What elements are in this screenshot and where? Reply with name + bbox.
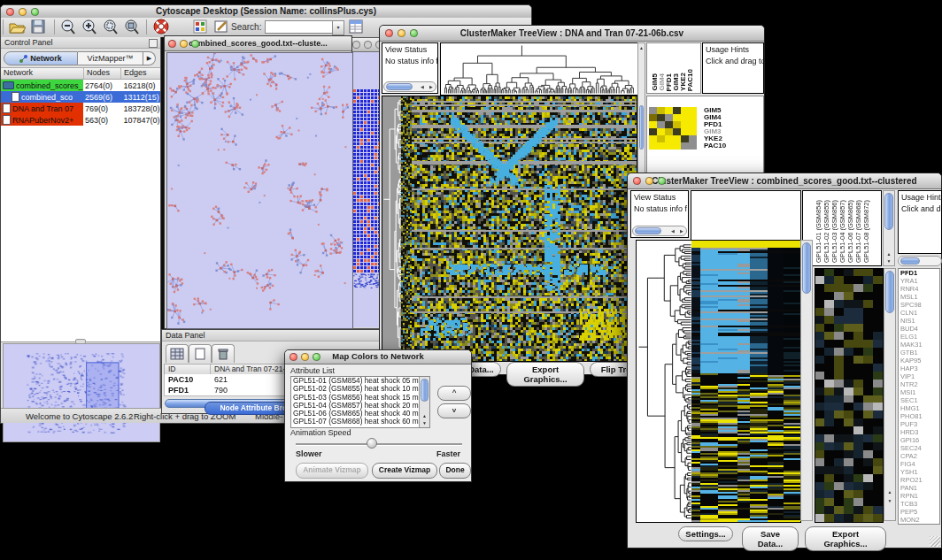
attribute-sheet-icon[interactable] bbox=[348, 19, 367, 35]
gene-label[interactable]: KAP95 bbox=[900, 357, 939, 364]
animation-slider-track[interactable] bbox=[296, 443, 462, 446]
search-input[interactable] bbox=[265, 20, 334, 34]
float-panel-icon[interactable] bbox=[149, 39, 158, 48]
gene-label[interactable]: MSI1 bbox=[900, 388, 939, 396]
done-button[interactable]: Done bbox=[439, 463, 471, 479]
minimize-button[interactable] bbox=[645, 177, 653, 185]
column-label[interactable]: GPL51-02 (GSM855) bbox=[822, 200, 830, 263]
zoom-fit-icon[interactable] bbox=[123, 19, 143, 35]
zoom-out-icon[interactable] bbox=[59, 19, 79, 35]
gene-label[interactable]: RPO21 bbox=[900, 476, 939, 484]
column-header[interactable]: Edges bbox=[121, 68, 160, 79]
gene-label[interactable]: PFD1 bbox=[900, 269, 939, 277]
heatmap-canvas[interactable] bbox=[691, 240, 801, 523]
gene-label[interactable]: BUD4 bbox=[900, 325, 939, 333]
network-list-row[interactable]: RNAPuberNov2+563(0)107847(0) bbox=[1, 114, 160, 126]
gene-label[interactable]: MAK31 bbox=[900, 341, 939, 349]
gene-label[interactable]: ELG1 bbox=[900, 333, 939, 341]
gene-label[interactable]: CPA2 bbox=[900, 452, 939, 460]
scroll-thumb[interactable] bbox=[639, 105, 644, 150]
open-file-icon[interactable] bbox=[8, 19, 27, 35]
label-scrollbar[interactable]: ▲ ▼ bbox=[883, 190, 895, 266]
network-list-row[interactable]: combined_scores_2764(0)16218(0) bbox=[1, 80, 160, 91]
gene-label[interactable]: VIP1 bbox=[900, 372, 939, 380]
resize-grip[interactable] bbox=[930, 536, 940, 547]
scroll-down-icon[interactable]: ▼ bbox=[884, 497, 895, 504]
heatmap-canvas[interactable] bbox=[412, 96, 637, 362]
column-label[interactable]: GPL51-04 (GSM857) bbox=[838, 200, 846, 263]
export-graphics-button[interactable]: Export Graphics... bbox=[506, 362, 584, 387]
gene-label[interactable]: SEC1 bbox=[900, 396, 939, 404]
close-button[interactable] bbox=[168, 40, 176, 48]
detail-scrollbar[interactable]: ▲ ▼ bbox=[884, 268, 896, 521]
row-dendrogram-canvas[interactable] bbox=[636, 240, 693, 523]
window-title-bar[interactable]: combined_scores_good.txt--cluste... bbox=[165, 36, 351, 51]
gene-label[interactable]: MON2 bbox=[900, 516, 939, 524]
zoom-in-icon[interactable] bbox=[81, 19, 100, 35]
gene-label[interactable]: RPN1 bbox=[900, 492, 939, 500]
scroll-right-icon[interactable]: ▶ bbox=[427, 82, 436, 91]
delete-attribute-icon[interactable] bbox=[212, 344, 235, 363]
gene-label[interactable]: FIG4 bbox=[900, 460, 939, 468]
close-button[interactable] bbox=[290, 353, 297, 361]
scroll-thumb[interactable] bbox=[885, 271, 894, 313]
gene-label[interactable]: MSL1 bbox=[900, 293, 939, 301]
main-title-bar[interactable]: Cytoscape Desktop (Session Name: collins… bbox=[1, 5, 531, 19]
vizmap-palette-icon[interactable] bbox=[192, 19, 212, 35]
gene-label[interactable]: SEC24 bbox=[900, 444, 939, 452]
gene-label[interactable]: PUF3 bbox=[900, 420, 939, 428]
network-canvas[interactable] bbox=[166, 52, 353, 329]
gene-label[interactable]: HMG1 bbox=[900, 404, 939, 412]
gene-label[interactable]: NIS1 bbox=[900, 317, 939, 325]
move-down-button[interactable]: v bbox=[437, 403, 471, 418]
column-dendrogram-canvas[interactable] bbox=[440, 42, 638, 96]
close-button[interactable] bbox=[385, 29, 393, 37]
row-dendrogram-canvas[interactable] bbox=[382, 96, 403, 362]
zoom-window-button[interactable] bbox=[410, 29, 418, 37]
gene-label[interactable]: PHO81 bbox=[900, 412, 939, 420]
gene-label[interactable]: TCB3 bbox=[900, 500, 939, 508]
window-title-bar[interactable] bbox=[349, 38, 382, 52]
move-up-button[interactable]: ^ bbox=[437, 386, 471, 401]
gene-label[interactable]: YSH1 bbox=[900, 468, 939, 476]
attribute-select-icon[interactable] bbox=[166, 344, 189, 363]
gene-label[interactable]: HAP3 bbox=[900, 364, 939, 372]
dialog-title-bar[interactable]: Map Colors to Network bbox=[285, 350, 471, 364]
animate-vizmap-button[interactable]: Animate Vizmap bbox=[296, 463, 368, 479]
export-graphics-button[interactable]: Export Graphics... bbox=[805, 526, 886, 551]
save-icon[interactable] bbox=[30, 19, 50, 35]
column-label[interactable]: GPL51-01 (GSM854) bbox=[815, 200, 822, 263]
column-label[interactable]: PAC10 bbox=[686, 69, 694, 91]
gene-label[interactable]: SPC98 bbox=[900, 301, 939, 309]
settings-button[interactable]: Settings... bbox=[678, 526, 733, 541]
minimize-button[interactable] bbox=[301, 353, 309, 361]
scroll-left-icon[interactable]: ◀ bbox=[668, 226, 677, 235]
animation-slider-thumb[interactable] bbox=[367, 438, 377, 449]
window-title-bar[interactable]: ClusterMaker TreeView : combined_scores_… bbox=[628, 173, 941, 189]
minimize-button[interactable] bbox=[19, 8, 27, 16]
gene-label[interactable]: YRA1 bbox=[900, 277, 939, 285]
scroll-left-icon[interactable]: ◀ bbox=[418, 82, 427, 91]
minimize-button[interactable] bbox=[398, 29, 405, 37]
scroll-thumb[interactable] bbox=[421, 379, 429, 402]
network-grid-canvas[interactable] bbox=[351, 52, 382, 327]
scroll-up-icon[interactable]: ▲ bbox=[884, 250, 894, 257]
scroll-thumb[interactable] bbox=[635, 227, 661, 234]
new-attribute-icon[interactable] bbox=[189, 344, 212, 363]
zoom-window-button[interactable] bbox=[658, 177, 666, 185]
network-list-row[interactable]: DNA and Tran 07769(0)183728(0) bbox=[1, 103, 160, 114]
row-label[interactable]: PAC10 bbox=[704, 142, 726, 150]
zoom-selected-icon[interactable] bbox=[102, 19, 121, 35]
save-data-button[interactable]: Save Data... bbox=[742, 526, 799, 551]
hints-scrollbar[interactable] bbox=[898, 256, 942, 266]
close-button[interactable] bbox=[633, 177, 641, 185]
scroll-up-icon[interactable]: ▲ bbox=[884, 488, 895, 495]
search-dropdown-icon[interactable]: ▾ bbox=[332, 20, 344, 35]
zoom-window-button[interactable] bbox=[31, 8, 39, 16]
minimize-button[interactable] bbox=[364, 41, 372, 49]
zoom-window-button[interactable] bbox=[313, 353, 320, 361]
heatmap-scrollbar[interactable] bbox=[800, 240, 813, 521]
scroll-right-icon[interactable]: ▶ bbox=[677, 226, 686, 235]
status-scrollbar[interactable]: ◀ ▶ bbox=[383, 81, 436, 92]
gene-label[interactable]: NTR2 bbox=[900, 380, 939, 388]
